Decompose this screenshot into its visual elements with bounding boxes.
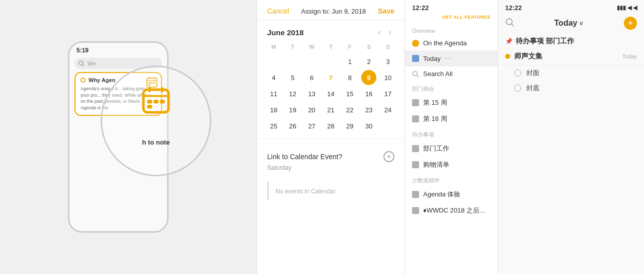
sidebar-item-search-all[interactable]: Search All — [405, 66, 498, 81]
sidebar-panel: 12:22 GET ALL FEATURES Overview On the A… — [405, 0, 498, 274]
prev-month-button[interactable]: ‹ — [375, 27, 383, 38]
calendar-date-cell[interactable]: 22 — [342, 102, 357, 117]
sidebar-item-label: Agenda 体验 — [423, 190, 460, 199]
agenda-dot-icon — [412, 40, 419, 47]
svg-point-0 — [79, 61, 83, 65]
sidebar-item-wwdc[interactable]: ♦WWDC 2018 之后... — [405, 202, 498, 219]
calendar-dates: 1234567891011121314151617181920212223242… — [264, 54, 397, 133]
calendar-date-cell[interactable]: 14 — [323, 86, 338, 101]
calendar-date-cell[interactable]: 2 — [361, 54, 376, 69]
calendar-date-cell[interactable]: 3 — [380, 54, 395, 69]
calendar-date-cell[interactable]: 28 — [323, 118, 338, 133]
calendar-divider — [257, 139, 405, 139]
calendar-date-cell[interactable]: 30 — [361, 118, 376, 133]
notes-item-cover[interactable]: 封面 — [498, 65, 644, 81]
sidebar-item-label: Search All — [423, 70, 453, 78]
calendar-date-cell[interactable]: 18 — [266, 102, 281, 117]
notes-title-row: Today ∨ — [519, 19, 619, 28]
no-events-section: No events in Calendar — [267, 181, 394, 200]
calendar-date-cell — [266, 54, 281, 69]
calendar-date-cell[interactable]: 16 — [361, 86, 376, 101]
saturday-label: Saturday — [267, 164, 394, 171]
calendar-date-cell[interactable]: 26 — [285, 118, 300, 133]
sidebar-item-week16[interactable]: 第 16 周 — [405, 111, 498, 127]
magnifier-overlay: h to note — [101, 65, 211, 176]
phone-search-text: We — [88, 60, 96, 66]
sidebar-section-2: 待办事项 — [405, 127, 498, 141]
svg-rect-14 — [147, 100, 152, 104]
next-month-button[interactable]: › — [386, 27, 394, 38]
calendar-date-cell[interactable]: 21 — [323, 102, 338, 117]
cover-text: 封面 — [526, 68, 539, 78]
svg-point-20 — [506, 19, 512, 25]
link-calendar-section: Link to Calendar Event? + Saturday — [257, 144, 405, 175]
save-button[interactable]: Save — [378, 7, 394, 15]
calendar-date-cell[interactable]: 6 — [304, 70, 319, 85]
sidebar-item-today[interactable]: Today ··· — [405, 50, 498, 66]
calendar-grid: M T W T F S S 12345678910111213141516171… — [257, 42, 405, 133]
calendar-date-cell[interactable]: 13 — [304, 86, 319, 101]
notes-add-button[interactable]: + — [624, 17, 637, 30]
week15-icon — [412, 99, 419, 106]
search-icon — [412, 71, 419, 78]
calendar-date-cell[interactable]: 8 — [342, 70, 357, 85]
sidebar-item-shopping[interactable]: 购物清单 — [405, 157, 498, 173]
agenda-exp-icon — [412, 191, 419, 198]
calendar-month-header: June 2018 ‹ › — [257, 21, 405, 42]
sidebar-status-bar: 12:22 — [405, 0, 498, 14]
calendar-date-cell[interactable]: 15 — [342, 86, 357, 101]
svg-line-21 — [512, 24, 514, 26]
no-events-text: No events in Calendar — [276, 188, 336, 195]
sidebar-item-label: 购物清单 — [423, 160, 449, 169]
notes-header: Today ∨ + — [498, 14, 644, 34]
calendar-date-cell[interactable]: 5 — [285, 70, 300, 85]
day-label-s2: S — [378, 42, 397, 52]
calendar-date-cell[interactable]: 10 — [380, 70, 395, 85]
circle-icon — [514, 70, 521, 77]
sidebar-item-on-the-agenda[interactable]: On the Agenda — [405, 36, 498, 50]
sidebar-item-dept-work[interactable]: 部门工作 — [405, 141, 498, 157]
calendar-date-cell[interactable]: 17 — [380, 86, 395, 101]
shopping-icon — [412, 161, 419, 168]
calendar-day-labels: M T W T F S S — [264, 42, 397, 52]
calendar-date-cell[interactable]: 24 — [380, 102, 395, 117]
calendar-date-cell[interactable]: 7 — [323, 70, 338, 85]
calendar-date-cell[interactable]: 19 — [285, 102, 300, 117]
sidebar-item-label: Today — [423, 55, 441, 62]
calendar-date-cell[interactable]: 23 — [361, 102, 376, 117]
back-cover-text: 封底 — [526, 84, 539, 93]
calendar-date-cell[interactable]: 11 — [266, 86, 281, 101]
today-more-button[interactable]: ··· — [445, 54, 451, 63]
calendar-date-cell[interactable]: 27 — [304, 118, 319, 133]
calendar-date-cell[interactable]: 1 — [342, 54, 357, 69]
notes-item-back-cover[interactable]: 封底 — [498, 81, 644, 96]
day-label-t1: T — [283, 42, 302, 52]
cancel-button[interactable]: Cancel — [267, 7, 289, 15]
calendar-date-cell[interactable]: 29 — [342, 118, 357, 133]
add-calendar-button[interactable]: + — [383, 151, 394, 162]
dept-work-icon — [412, 145, 419, 152]
svg-rect-12 — [161, 87, 164, 92]
notes-item-shisheng[interactable]: 师声文集 Today — [498, 48, 644, 65]
calendar-date-cell[interactable]: 25 — [266, 118, 281, 133]
notes-search-icon[interactable] — [505, 18, 514, 29]
calendar-date-cell[interactable]: 4 — [266, 70, 281, 85]
svg-line-1 — [83, 65, 85, 66]
phone-status-bar: 5:19 — [69, 43, 167, 56]
sidebar-item-label: 部门工作 — [423, 144, 449, 153]
left-panel: 5:19 We Why Agen Agenda's unique ti... t… — [0, 0, 257, 274]
notes-pinned-section: 📌 待办事项 部门工作 — [498, 34, 644, 48]
sidebar-item-week15[interactable]: 第 15 周 — [405, 95, 498, 111]
link-calendar-title: Link to Calendar Event? — [267, 153, 342, 161]
calendar-date-cell[interactable]: 20 — [304, 102, 319, 117]
phone-time: 5:19 — [76, 47, 89, 54]
sidebar-time: 12:22 — [412, 4, 429, 12]
notes-title: Today — [554, 19, 578, 28]
calendar-date-cell[interactable]: 9 — [361, 70, 376, 85]
get-features-button[interactable]: GET ALL FEATURES — [405, 14, 498, 24]
sidebar-item-agenda-exp[interactable]: Agenda 体验 — [405, 186, 498, 202]
calendar-date-cell[interactable]: 12 — [285, 86, 300, 101]
notes-item-title-row: 师声文集 — [505, 52, 542, 61]
notes-chevron-icon[interactable]: ∨ — [579, 20, 584, 27]
circle-icon — [514, 85, 521, 92]
